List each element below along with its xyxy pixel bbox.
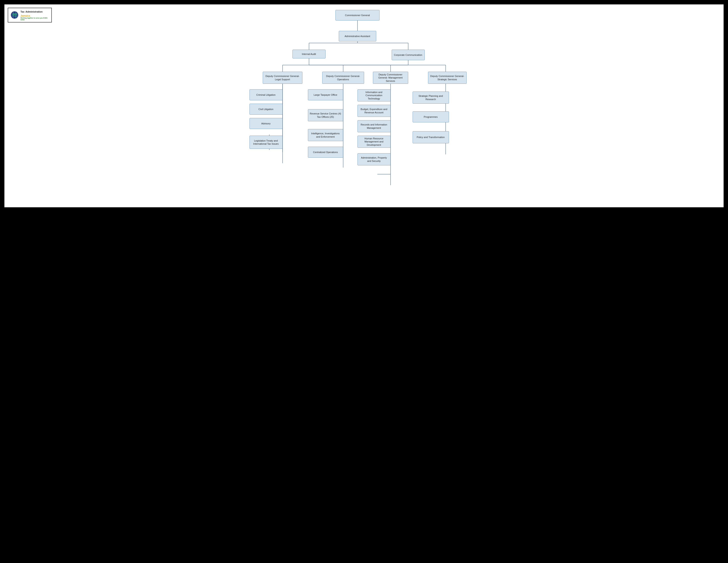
admin-property-box: Administration, Property and Security <box>357 153 391 165</box>
revenue-service-box: Revenue Service Centres (4) Tax Offices … <box>308 109 343 121</box>
advisory-box: Advisory <box>249 118 283 129</box>
dc-management-box: Deputy Commissioner General- Management … <box>373 72 408 84</box>
dc-operations-box: Deputy Commissioner General- Operations <box>322 72 364 84</box>
large-taxpayer-box: Large Taxpayer Office <box>308 89 343 100</box>
logo-box: Tax Administration Jamaica Working toget… <box>8 8 52 22</box>
logo-text: Tax Administration Jamaica Working toget… <box>20 9 49 21</box>
strategic-planning-box: Strategic Planning and Research <box>413 91 449 104</box>
org-chart: Commissioner General Administrative Assi… <box>247 9 481 203</box>
budget-box: Budget, Expenditure and Revenue Account <box>357 105 391 117</box>
civil-litigation-box: Civil Litigation <box>249 104 283 115</box>
svg-point-8 <box>15 16 17 17</box>
logo-tax-line: Tax Administration Jamaica <box>20 9 49 17</box>
corporate-communication-box: Corporate Communication <box>392 50 425 60</box>
dc-legal-box: Deputy Commissioner General- Legal Suppo… <box>263 72 302 84</box>
hrmd-box: Human Resource Management and Developmen… <box>357 136 391 148</box>
programmes-box: Programmes <box>413 111 449 122</box>
legislation-box: Legislation Treaty and International Tax… <box>249 136 283 149</box>
dc-strategic-box: Deputy Commissioner General- Strategic S… <box>428 72 467 84</box>
logo-tagline: Working together to serve you EVEN bette… <box>20 17 49 20</box>
records-box: Records and Information Management <box>357 120 391 132</box>
ict-box: Information and Communication Technology <box>357 89 391 101</box>
page: Tax Administration Jamaica Working toget… <box>4 4 724 207</box>
policy-box: Policy and Transformation <box>413 131 449 143</box>
centralized-box: Centralized Operations <box>308 147 343 158</box>
logo-globe-icon <box>10 11 19 19</box>
svg-point-7 <box>15 13 17 16</box>
intelligence-box: Intelligence, Investigations and Enforce… <box>308 129 343 141</box>
commissioner-general-box: Commissioner General <box>335 10 380 20</box>
svg-point-6 <box>13 13 15 16</box>
admin-assistant-box: Administrative Assistant <box>339 31 376 41</box>
internal-audit-box: Internal Audit <box>292 50 326 58</box>
criminal-litigation-box: Criminal Litigation <box>249 89 283 100</box>
logo-area: Tax Administration Jamaica Working toget… <box>8 8 52 22</box>
